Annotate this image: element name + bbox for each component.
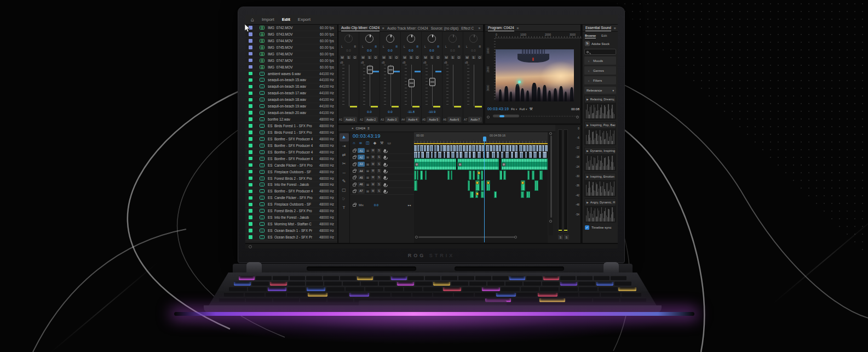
timeline-clip[interactable] (511, 152, 513, 158)
timeline-clip[interactable] (534, 180, 538, 191)
solo-button[interactable]: S (377, 149, 381, 153)
menu-item-edit[interactable]: Edit (282, 17, 290, 22)
adobe-stock-row[interactable]: St Adobe Stock (583, 39, 618, 48)
label-color-chip[interactable] (249, 72, 252, 76)
panel-menu-icon[interactable]: ≡ (517, 26, 519, 30)
selection-tool[interactable] (340, 133, 349, 141)
track-target-button[interactable]: A3 (358, 162, 365, 167)
track-target-button[interactable]: A1 (358, 148, 365, 153)
label-color-chip[interactable] (249, 130, 252, 134)
audio-track-card[interactable]: ▶Dynamic, Inspiring (584, 147, 616, 171)
timeline-clip[interactable] (447, 152, 450, 158)
project-file-row[interactable]: ≈ES_Birds Forest 1 - SFX Pro48000 Hz (245, 123, 337, 129)
label-color-chip[interactable] (249, 117, 252, 121)
track-target-button[interactable]: A7 (358, 189, 365, 194)
label-color-chip[interactable] (249, 92, 252, 95)
timeline-clip[interactable] (515, 145, 518, 151)
fader-handle[interactable] (367, 66, 373, 74)
fader-level-value[interactable]: -11.8 (401, 110, 421, 113)
timeline-clip[interactable] (469, 145, 472, 151)
timeline-vertical-scrollbar[interactable] (549, 132, 553, 235)
fader-level-value[interactable]: -10.9 (422, 110, 442, 113)
slip-tool[interactable]: ↔ (340, 168, 349, 177)
mute-button[interactable]: M (464, 55, 470, 60)
solo-button[interactable]: S (450, 55, 456, 60)
pan-knob[interactable] (386, 35, 394, 43)
program-timecode[interactable]: 00:03:43:19 (487, 107, 509, 111)
timeline-clip[interactable] (463, 145, 465, 151)
play-icon[interactable]: ▶ (587, 123, 589, 127)
timeline-clip[interactable] (506, 145, 509, 151)
timeline-clip[interactable] (414, 158, 456, 170)
timeline-clip[interactable] (417, 171, 418, 180)
output-button[interactable]: O (435, 55, 441, 60)
timeline-clip[interactable] (434, 152, 437, 158)
scrollbar-end-handle[interactable] (514, 236, 517, 239)
scrollbar-thumb[interactable] (418, 236, 515, 238)
tab-edit[interactable]: Edit (601, 34, 607, 38)
tab-effect-controls[interactable]: Effect C (461, 26, 474, 30)
timeline-clip[interactable] (459, 152, 462, 158)
timeline-timecode[interactable]: 00:03:43:19 (353, 133, 381, 139)
solo-button[interactable]: S (377, 162, 381, 166)
project-file-row[interactable]: ≈ambient waves 6.wav44100 Hz (245, 71, 337, 77)
project-file-row[interactable]: ▦IMG_0745.MOV60.00 fps (245, 44, 337, 51)
timeline-clip[interactable] (539, 145, 542, 151)
solo-button[interactable]: S (367, 55, 372, 60)
timeline-clip[interactable] (542, 145, 544, 151)
timeline-clip[interactable] (468, 180, 470, 191)
mute-button[interactable]: M (371, 149, 375, 153)
timeline-clip[interactable] (501, 158, 548, 170)
tab-source[interactable]: Source: (no clips) (431, 26, 459, 30)
timeline-clip[interactable] (499, 145, 501, 151)
timeline-ruler[interactable]: 00:00 00:04:59:16 (414, 132, 548, 143)
timeline-clip[interactable] (450, 145, 452, 151)
timeline-clip[interactable] (456, 145, 458, 151)
play-icon[interactable]: ▶ (587, 201, 589, 204)
track-header-a1[interactable]: A1⊞MS (350, 147, 414, 154)
timeline-clip[interactable] (496, 145, 498, 151)
rectangle-tool[interactable]: ▢ (340, 186, 349, 194)
project-file-row[interactable]: ≈ES_Forest Birds 2 - SFX Pro48000 Hz (245, 175, 337, 182)
solo-button[interactable]: S (564, 235, 569, 240)
timeline-clip[interactable] (532, 145, 536, 151)
timeline-clip[interactable] (456, 152, 458, 158)
timeline-clip[interactable] (436, 145, 439, 151)
timeline-clip[interactable] (509, 145, 511, 151)
timeline-clip[interactable] (526, 145, 528, 151)
project-file-row[interactable]: ≈ES_Into the Forest - Jakob48000 Hz (245, 182, 337, 189)
timeline-clip[interactable] (414, 180, 417, 191)
timeline-clip[interactable] (464, 152, 468, 158)
label-color-chip[interactable] (249, 78, 252, 82)
project-file-row[interactable]: ▦IMG_0744.MOV60.00 fps (245, 38, 337, 44)
timeline-clip[interactable] (418, 152, 420, 158)
audio-track-card[interactable]: ▶Relaxing, Dreamy, (584, 95, 616, 120)
pan-value[interactable]: 0.0 (338, 49, 359, 52)
nest-icon[interactable]: ◫ (366, 141, 370, 145)
project-file-row[interactable]: ≈ES_Bonfire - SFX Producer 448000 Hz (245, 156, 337, 162)
timeline-clip[interactable] (425, 171, 427, 180)
lock-icon[interactable] (353, 163, 356, 166)
mute-button[interactable]: M (444, 55, 449, 60)
mic-icon[interactable] (384, 163, 386, 166)
track-name-button[interactable]: Audio 4 (406, 117, 419, 122)
track-target-button[interactable]: A6 (358, 182, 365, 187)
track-header-a7[interactable]: A7⊞MS (350, 188, 414, 195)
track-header-a2[interactable]: A2⊞MS (350, 154, 414, 161)
fader-handle[interactable] (409, 79, 415, 87)
output-button[interactable]: O (477, 55, 482, 60)
mic-icon[interactable] (384, 156, 386, 158)
timeline-clip[interactable] (539, 152, 541, 158)
timeline-clip[interactable] (533, 152, 537, 158)
pen-tool[interactable]: ✎ (340, 177, 349, 185)
ripple-edit-tool[interactable]: ⇄ (340, 151, 349, 159)
label-color-chip[interactable] (249, 32, 252, 36)
label-color-chip[interactable] (249, 98, 252, 102)
source-patch-icon[interactable]: ⊞ (366, 162, 369, 166)
search-input[interactable] (584, 49, 616, 55)
tab-audio-track-mixer[interactable]: Audio Track Mixer: C0424 (387, 26, 428, 30)
project-file-row[interactable]: ≈seagull-on-beach 17.wav44100 Hz (245, 90, 337, 96)
fader-level-value[interactable]: 0.0 (359, 110, 380, 113)
project-file-row[interactable]: ≈ES_Bonfire - SFX Producer 448000 Hz (245, 149, 337, 156)
timeline-clip[interactable] (543, 152, 546, 158)
